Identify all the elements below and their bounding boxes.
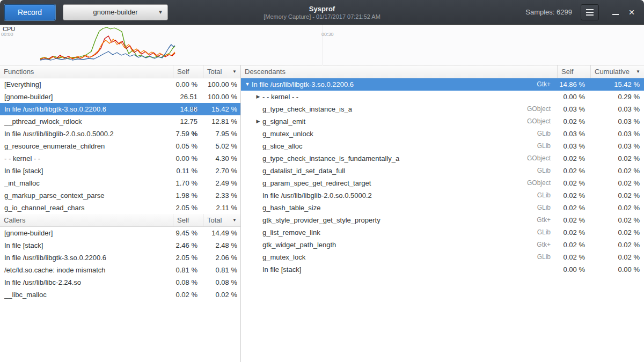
- self-percent: 1.98 %: [173, 189, 203, 202]
- table-row[interactable]: - - kernel - -0.00 %4.30 %: [0, 152, 240, 165]
- functions-self-column-header[interactable]: Self: [173, 65, 203, 78]
- table-row[interactable]: __pthread_rwlock_rdlock12.75 %12.81 %: [0, 115, 240, 128]
- callers-self-column-header[interactable]: Self: [173, 214, 203, 226]
- table-row[interactable]: [gnome-builder]26.51 %100.00 %: [0, 91, 240, 103]
- samples-count: Samples: 6299: [525, 8, 572, 16]
- table-row[interactable]: g_type_check_instance_is_aGObject0.03 %0…: [241, 103, 644, 115]
- table-row[interactable]: In file [stack]2.46 %2.48 %: [0, 239, 240, 252]
- table-row[interactable]: In file /usr/lib/libglib-2.0.so.0.5000.2…: [0, 128, 240, 140]
- self-percent: 0.00 %: [173, 78, 203, 91]
- table-row[interactable]: In file /usr/lib/libgtk-3.so.0.2200.62.0…: [0, 252, 240, 264]
- descendant-name-cell: g_type_check_instance_is_fundamentally_a…: [241, 152, 557, 165]
- table-row[interactable]: g_mutex_unlockGLib0.03 %0.03 %: [241, 128, 644, 140]
- expander-icon[interactable]: ▶: [254, 91, 262, 103]
- function-name: g_markup_parse_context_parse: [0, 189, 173, 202]
- cumulative-percent: 0.02 %: [590, 165, 644, 177]
- cpu-graph[interactable]: CPU 00:00 00:30: [0, 25, 644, 65]
- table-row[interactable]: [gnome-builder]9.45 %14.49 %: [0, 227, 240, 239]
- descendant-name-cell: In file [stack]: [241, 263, 557, 276]
- sort-indicator-icon: ▼: [230, 218, 237, 223]
- total-percent: 2.70 %: [203, 165, 240, 177]
- table-row[interactable]: g_markup_parse_context_parse1.98 %2.33 %: [0, 189, 240, 202]
- library-badge: Gtk+: [537, 214, 557, 226]
- process-selector-dropdown[interactable]: gnome-builder ▾: [63, 4, 168, 20]
- table-row[interactable]: __libc_malloc0.02 %0.02 %: [0, 289, 240, 301]
- minimize-button[interactable]: [608, 4, 624, 20]
- self-percent: 1.70 %: [173, 177, 203, 189]
- sysprof-window: Record gnome-builder ▾ Sysprof [Memory C…: [0, 0, 644, 362]
- cumulative-percent: 0.03 %: [590, 103, 644, 115]
- table-row[interactable]: In file [stack]0.11 %2.70 %: [0, 165, 240, 177]
- table-row[interactable]: g_type_check_instance_is_fundamentally_a…: [241, 152, 644, 165]
- total-percent: 7.95 %: [203, 128, 240, 140]
- library-badge: GObject: [527, 103, 557, 115]
- function-name: g_datalist_id_set_data_full: [262, 165, 345, 177]
- descendant-name-cell: g_type_check_instance_is_aGObject: [241, 103, 557, 115]
- descendant-name-cell: g_mutex_lockGLib: [241, 251, 557, 263]
- callers-total-column-header[interactable]: Total ▼: [203, 214, 240, 226]
- total-percent: 0.81 %: [203, 264, 240, 276]
- descendant-name-cell: gtk_style_provider_get_style_propertyGtk…: [241, 214, 557, 226]
- table-row[interactable]: g_param_spec_get_redirect_targetGObject0…: [241, 177, 644, 189]
- capture-subtitle: [Memory Capture] - 01/17/2017 07:21:52 A…: [264, 13, 380, 20]
- table-row[interactable]: ▶- - kernel - -0.00 %0.29 %: [241, 91, 644, 103]
- table-row[interactable]: g_datalist_id_set_data_fullGLib0.02 %0.0…: [241, 165, 644, 177]
- table-row[interactable]: g_io_channel_read_chars2.05 %2.11 %: [0, 202, 240, 214]
- table-row[interactable]: g_hash_table_sizeGLib0.02 %0.02 %: [241, 202, 644, 214]
- right-pane: Descendants Self Cumulative ▼ ▼In file /…: [241, 65, 644, 362]
- table-row[interactable]: In file [stack]0.00 %0.00 %: [241, 263, 644, 276]
- table-row[interactable]: In file /usr/lib/libc-2.24.so0.08 %0.08 …: [0, 276, 240, 289]
- table-row[interactable]: /etc/ld.so.cache: inode mismatch0.81 %0.…: [0, 264, 240, 276]
- function-name: g_io_channel_read_chars: [0, 202, 173, 214]
- descendants-cumulative-column-header[interactable]: Cumulative ▼: [590, 65, 644, 78]
- library-badge: GObject: [527, 152, 557, 165]
- function-name: In file /usr/lib/libglib-2.0.so.0.5000.2: [262, 189, 372, 202]
- table-row[interactable]: g_list_remove_linkGLib0.02 %0.02 %: [241, 226, 644, 239]
- descendants-table: ▼In file /usr/lib/libgtk-3.so.0.2200.6Gt…: [241, 78, 644, 276]
- table-row[interactable]: [Everything]0.00 %100.00 %: [0, 78, 240, 91]
- self-percent: 2.46 %: [173, 239, 203, 252]
- close-button[interactable]: ×: [624, 4, 640, 20]
- record-button[interactable]: Record: [4, 4, 55, 20]
- functions-total-column-header[interactable]: Total ▼: [203, 65, 240, 78]
- cumulative-column-label: Cumulative: [595, 68, 630, 76]
- function-name: g_resource_enumerate_children: [0, 140, 173, 152]
- table-row[interactable]: In file /usr/lib/libglib-2.0.so.0.5000.2…: [241, 189, 644, 202]
- table-row[interactable]: In file /usr/lib/libgtk-3.so.0.2200.614.…: [0, 103, 240, 115]
- table-row[interactable]: gtk_widget_path_lengthGtk+0.02 %0.02 %: [241, 239, 644, 251]
- function-name: In file [stack]: [0, 165, 173, 177]
- self-percent: 0.02 %: [557, 239, 590, 251]
- time-label-start: 00:00: [1, 32, 13, 37]
- library-badge: GObject: [527, 177, 557, 189]
- function-name: g_list_remove_link: [262, 226, 320, 239]
- cumulative-percent: 0.02 %: [590, 189, 644, 202]
- table-row[interactable]: gtk_style_provider_get_style_propertyGtk…: [241, 214, 644, 226]
- callers-header-row: Callers Self Total ▼: [0, 214, 240, 227]
- self-percent: 0.00 %: [557, 91, 590, 103]
- total-percent: 14.49 %: [203, 227, 240, 239]
- descendants-column-header[interactable]: Descendants: [241, 65, 557, 78]
- function-name: In file /usr/lib/libglib-2.0.so.0.5000.2: [0, 128, 173, 140]
- functions-column-header[interactable]: Functions: [0, 65, 173, 78]
- table-row[interactable]: ▶g_signal_emitGObject0.02 %0.03 %: [241, 115, 644, 128]
- function-name: /etc/ld.so.cache: inode mismatch: [0, 264, 173, 276]
- table-row[interactable]: g_slice_allocGLib0.03 %0.03 %: [241, 140, 644, 152]
- self-percent: 7.59 %: [173, 128, 203, 140]
- table-row[interactable]: g_resource_enumerate_children0.05 %5.02 …: [0, 140, 240, 152]
- descendant-name-cell: ▼In file /usr/lib/libgtk-3.so.0.2200.6Gt…: [241, 78, 557, 91]
- table-row[interactable]: g_mutex_lockGLib0.02 %0.02 %: [241, 251, 644, 263]
- expander-icon[interactable]: ▶: [254, 115, 262, 128]
- descendants-self-column-header[interactable]: Self: [557, 65, 590, 78]
- menu-button[interactable]: [581, 4, 599, 20]
- sort-indicator-icon: ▼: [230, 69, 237, 74]
- self-percent: 2.05 %: [173, 202, 203, 214]
- function-name: g_signal_emit: [262, 115, 305, 128]
- function-name: __libc_malloc: [0, 289, 173, 301]
- library-badge: Gtk+: [537, 239, 557, 251]
- expander-icon[interactable]: ▼: [243, 78, 252, 91]
- callers-column-header[interactable]: Callers: [0, 214, 173, 226]
- cumulative-percent: 0.02 %: [590, 152, 644, 165]
- table-row[interactable]: _int_malloc1.70 %2.49 %: [0, 177, 240, 189]
- table-row[interactable]: ▼In file /usr/lib/libgtk-3.so.0.2200.6Gt…: [241, 78, 644, 91]
- cumulative-percent: 0.02 %: [590, 202, 644, 214]
